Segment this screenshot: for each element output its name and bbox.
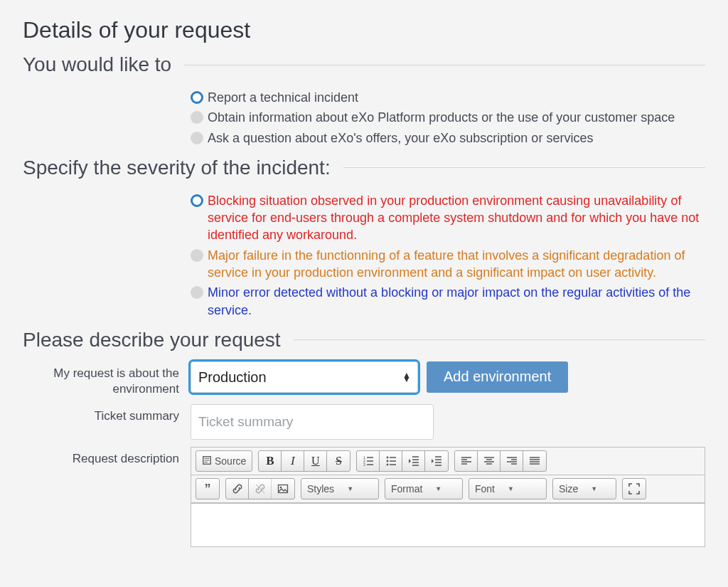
like-to-option-1[interactable]: Obtain information about eXo Platform pr… xyxy=(191,109,705,126)
radio-icon xyxy=(191,286,203,299)
page-title: Details of your request xyxy=(23,17,705,43)
editor-toolbar-row-2: ” Styl xyxy=(191,475,705,503)
styles-dropdown-label: Styles xyxy=(307,483,334,495)
request-form: Details of your request You would like t… xyxy=(0,0,728,587)
svg-text:3: 3 xyxy=(363,462,365,467)
align-right-icon xyxy=(506,455,518,467)
image-icon xyxy=(277,483,289,495)
unordered-list-button[interactable] xyxy=(380,451,402,471)
severity-option-blocking[interactable]: Blocking situation observed in your prod… xyxy=(191,192,705,244)
underline-button[interactable]: U xyxy=(304,451,327,471)
severity-option-label: Minor error detected without a blocking … xyxy=(208,284,705,319)
maximize-icon xyxy=(628,483,640,495)
font-dropdown[interactable]: Font ▼ xyxy=(469,478,547,499)
severity-options: Blocking situation observed in your prod… xyxy=(191,192,705,319)
maximize-group xyxy=(622,478,646,499)
env-field-label: My request is about the environment xyxy=(23,361,191,397)
section-like-to-header: You would like to xyxy=(23,53,705,76)
format-dropdown-label: Format xyxy=(391,483,422,495)
radio-icon xyxy=(191,249,203,262)
align-right-button[interactable] xyxy=(500,451,523,471)
description-field-label: Request description xyxy=(23,447,191,467)
source-button[interactable]: Source xyxy=(196,450,252,472)
like-to-option-label: Obtain information about eXo Platform pr… xyxy=(208,109,675,126)
ticket-summary-input[interactable] xyxy=(191,404,434,440)
align-left-icon xyxy=(461,455,472,467)
severity-heading: Specify the severity of the incident: xyxy=(23,157,331,179)
divider xyxy=(184,65,705,65)
severity-option-minor[interactable]: Minor error detected without a blocking … xyxy=(191,284,705,319)
like-to-option-label: Report a technical incident xyxy=(208,89,358,106)
blockquote-button[interactable]: ” xyxy=(196,479,219,499)
svg-rect-7 xyxy=(279,485,288,493)
editor-content-area[interactable] xyxy=(191,503,705,546)
strikethrough-button[interactable]: S xyxy=(327,451,350,471)
severity-option-label: Blocking situation observed in your prod… xyxy=(208,192,705,244)
align-center-icon xyxy=(483,455,495,467)
list-group: 123 xyxy=(356,450,449,472)
severity-label xyxy=(23,189,191,194)
outdent-button[interactable] xyxy=(402,451,425,471)
align-group xyxy=(454,450,547,472)
chevron-down-icon: ▼ xyxy=(347,485,353,492)
radio-icon xyxy=(191,132,203,144)
like-to-option-2[interactable]: Ask a question about eXo's offers, your … xyxy=(191,129,705,147)
like-to-heading: You would like to xyxy=(23,53,171,76)
ordered-list-button[interactable]: 123 xyxy=(357,451,380,471)
like-to-options: Report a technical incident Obtain infor… xyxy=(191,89,705,147)
align-justify-icon xyxy=(529,455,540,467)
italic-button[interactable]: I xyxy=(282,451,304,471)
indent-icon xyxy=(431,455,442,467)
add-environment-button[interactable]: Add environment xyxy=(427,361,568,393)
unlink-button[interactable] xyxy=(249,479,272,499)
radio-icon xyxy=(191,91,203,104)
outdent-icon xyxy=(408,455,419,467)
size-dropdown-label: Size xyxy=(559,483,578,495)
align-left-button[interactable] xyxy=(455,451,478,471)
styles-dropdown[interactable]: Styles ▼ xyxy=(301,478,379,499)
align-center-button[interactable] xyxy=(478,451,500,471)
ordered-list-icon: 123 xyxy=(363,455,374,467)
unordered-list-icon xyxy=(385,455,397,467)
describe-heading: Please describe your request xyxy=(23,329,281,351)
svg-point-5 xyxy=(386,460,388,462)
divider xyxy=(343,167,705,168)
source-button-label: Source xyxy=(215,455,246,467)
section-severity-header: Specify the severity of the incident: xyxy=(23,157,705,179)
divider xyxy=(294,339,705,340)
like-to-option-label: Ask a question about eXo's offers, your … xyxy=(208,129,593,147)
unlink-icon xyxy=(255,483,266,495)
section-describe-header: Please describe your request xyxy=(23,329,705,351)
chevron-down-icon: ▼ xyxy=(591,485,597,492)
maximize-button[interactable] xyxy=(623,479,646,499)
text-style-group: B I U S xyxy=(258,450,350,472)
chevron-down-icon: ▼ xyxy=(435,485,441,492)
image-button[interactable] xyxy=(272,479,294,499)
severity-option-label: Major failure in the functionning of a f… xyxy=(208,247,705,282)
source-icon xyxy=(202,455,212,467)
chevron-down-icon: ▼ xyxy=(508,485,514,492)
quote-group: ” xyxy=(196,478,220,499)
link-group xyxy=(225,478,295,499)
rich-text-editor: Source B I U S 123 xyxy=(191,447,705,547)
like-to-label xyxy=(23,86,191,90)
environment-select[interactable]: Production xyxy=(191,361,418,393)
bold-button[interactable]: B xyxy=(259,451,282,471)
font-dropdown-label: Font xyxy=(475,483,495,495)
like-to-option-0[interactable]: Report a technical incident xyxy=(191,89,705,106)
svg-point-6 xyxy=(386,464,388,466)
format-dropdown[interactable]: Format ▼ xyxy=(385,478,463,499)
radio-icon xyxy=(191,111,203,124)
environment-select-wrap: Production ▲▼ xyxy=(191,361,418,393)
link-icon xyxy=(232,483,243,495)
indent-button[interactable] xyxy=(425,451,448,471)
link-button[interactable] xyxy=(226,479,249,499)
severity-option-major[interactable]: Major failure in the functionning of a f… xyxy=(191,247,705,282)
align-justify-button[interactable] xyxy=(523,451,546,471)
editor-toolbar-row-1: Source B I U S 123 xyxy=(191,448,705,475)
radio-icon xyxy=(191,194,203,207)
svg-point-8 xyxy=(280,487,282,489)
summary-field-label: Ticket summary xyxy=(23,404,191,424)
quote-icon: ” xyxy=(205,482,211,495)
size-dropdown[interactable]: Size ▼ xyxy=(552,478,616,499)
